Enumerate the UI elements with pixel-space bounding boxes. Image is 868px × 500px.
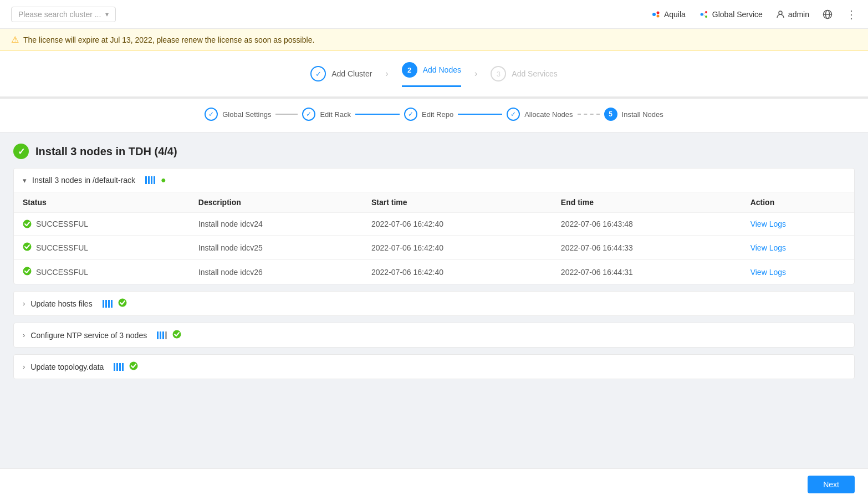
global-service-nav-item[interactable]: Global Service (699, 9, 763, 19)
task2-header[interactable]: › Update hosts files (14, 292, 854, 315)
step3-label: Add Services (512, 69, 557, 78)
global-service-label: Global Service (712, 10, 763, 19)
user-icon (776, 10, 785, 19)
table-row: SUCCESSFUL Install node idcv25 2022-07-0… (14, 236, 854, 260)
row3-end-time: 2022-07-06 16:44:31 (552, 260, 742, 284)
row3-description: Install node idcv26 (190, 260, 362, 284)
svg-point-17 (130, 362, 138, 370)
row1-action[interactable]: View Logs (742, 213, 854, 236)
task3-label: Configure NTP service of 3 nodes (30, 331, 147, 340)
sub-step4-circle: ✓ (507, 108, 520, 121)
admin-label: admin (788, 10, 809, 19)
sub-step5-circle: 5 (604, 108, 617, 121)
svg-point-15 (118, 299, 126, 307)
svg-point-8 (779, 11, 782, 14)
svg-point-16 (173, 330, 181, 339)
globe-nav-item[interactable] (823, 9, 833, 19)
task2-label: Update hosts files (30, 299, 92, 308)
sub-step3-label: Edit Repo (422, 110, 453, 119)
task-section-3: › Configure NTP service of 3 nodes (13, 323, 855, 348)
row2-status-text: SUCCESSFUL (36, 243, 88, 252)
admin-nav-item[interactable]: admin (776, 10, 809, 19)
task2-toggle-icon: › (23, 299, 25, 308)
connector1 (275, 114, 298, 115)
aquila-nav-item[interactable]: Aquila (651, 9, 686, 19)
col-end-time: End time (552, 192, 742, 213)
page-title-row: ✓ Install 3 nodes in TDH (4/4) (13, 144, 855, 159)
sub-step3-circle: ✓ (404, 108, 417, 121)
task1-table: Status Description Start time End time A… (14, 192, 854, 284)
table-row: SUCCESSFUL Install node idcv26 2022-07-0… (14, 260, 854, 284)
row3-action[interactable]: View Logs (742, 260, 854, 284)
svg-point-1 (656, 11, 659, 14)
title-check-icon: ✓ (13, 144, 29, 159)
svg-point-5 (705, 16, 707, 18)
sub-step1-label: Global Settings (222, 110, 271, 119)
sub-step2-label: Edit Rack (320, 110, 351, 119)
step1-label: Add Cluster (331, 69, 372, 78)
svg-point-14 (23, 267, 32, 275)
row1-end-time: 2022-07-06 16:43:48 (552, 213, 742, 236)
wizard-step-add-nodes[interactable]: 2 Add Nodes (402, 62, 461, 87)
task-section-1: ▾ Install 3 nodes in /default-rack ● Sta… (13, 168, 855, 284)
sub-step-global-settings[interactable]: ✓ Global Settings (205, 108, 271, 121)
svg-point-0 (652, 13, 656, 16)
col-description: Description (190, 192, 362, 213)
svg-point-12 (23, 220, 32, 228)
more-menu-button[interactable]: ⋮ (846, 8, 857, 21)
table-row: SUCCESSFUL Install node idcv24 2022-07-0… (14, 213, 854, 236)
row2-action[interactable]: View Logs (742, 236, 854, 260)
wizard-step-add-services[interactable]: 3 Add Services (491, 66, 557, 81)
success-icon (23, 242, 32, 253)
task-section-4: › Update topology.data (13, 354, 855, 379)
task4-label: Update topology.data (30, 363, 104, 371)
header: Please search cluster ... ▾ Aquila Globa… (0, 0, 868, 29)
sub-step5-label: Install Nodes (622, 110, 663, 119)
col-start-time: Start time (362, 192, 552, 213)
aquila-label: Aquila (664, 10, 686, 19)
connector3 (458, 114, 502, 115)
step-arrow-2: › (474, 69, 477, 79)
row1-description: Install node idcv24 (190, 213, 362, 236)
wizard-step-add-cluster[interactable]: ✓ Add Cluster (310, 66, 372, 81)
row3-start-time: 2022-07-06 16:42:40 (362, 260, 552, 284)
task2-done-icon (118, 298, 127, 309)
cluster-select[interactable]: Please search cluster ... ▾ (11, 7, 116, 22)
task1-done-icon: ● (161, 175, 166, 185)
task3-done-icon (172, 330, 181, 340)
step1-circle: ✓ (310, 66, 326, 81)
sub-step-install-nodes[interactable]: 5 Install Nodes (604, 108, 663, 121)
task3-header[interactable]: › Configure NTP service of 3 nodes (14, 323, 854, 347)
cluster-placeholder: Please search cluster ... (18, 10, 101, 19)
sub-step-edit-repo[interactable]: ✓ Edit Repo (404, 108, 453, 121)
row1-status-text: SUCCESSFUL (36, 220, 88, 228)
task4-done-icon (129, 361, 138, 372)
sub-step-edit-rack[interactable]: ✓ Edit Rack (302, 108, 351, 121)
svg-point-2 (656, 14, 659, 17)
task3-toggle-icon: › (23, 331, 25, 339)
svg-point-13 (23, 243, 32, 251)
svg-line-7 (703, 14, 705, 17)
task2-bars (103, 300, 113, 308)
row1-status: SUCCESSFUL (14, 213, 190, 236)
sub-step2-circle: ✓ (302, 108, 315, 121)
task1-toggle-icon: ▾ (23, 176, 27, 185)
license-banner: ⚠ The license will expire at Jul 13, 202… (0, 29, 868, 51)
globe-icon (823, 9, 833, 19)
task-section-2: › Update hosts files (13, 291, 855, 316)
sub-step-allocate-nodes[interactable]: ✓ Allocate Nodes (507, 108, 573, 121)
task1-header[interactable]: ▾ Install 3 nodes in /default-rack ● (14, 169, 854, 192)
row3-status: SUCCESSFUL (14, 260, 190, 284)
task4-toggle-icon: › (23, 363, 25, 371)
task4-header[interactable]: › Update topology.data (14, 355, 854, 379)
global-service-icon (699, 9, 709, 19)
col-status: Status (14, 192, 190, 213)
page-title: Install 3 nodes in TDH (4/4) (35, 145, 177, 158)
svg-point-4 (705, 11, 707, 13)
step2-circle: 2 (402, 62, 417, 78)
svg-point-3 (700, 13, 703, 16)
col-action: Action (742, 192, 854, 213)
success-icon (23, 267, 32, 277)
step-arrow-1: › (385, 69, 388, 79)
sub-step1-circle: ✓ (205, 108, 218, 121)
